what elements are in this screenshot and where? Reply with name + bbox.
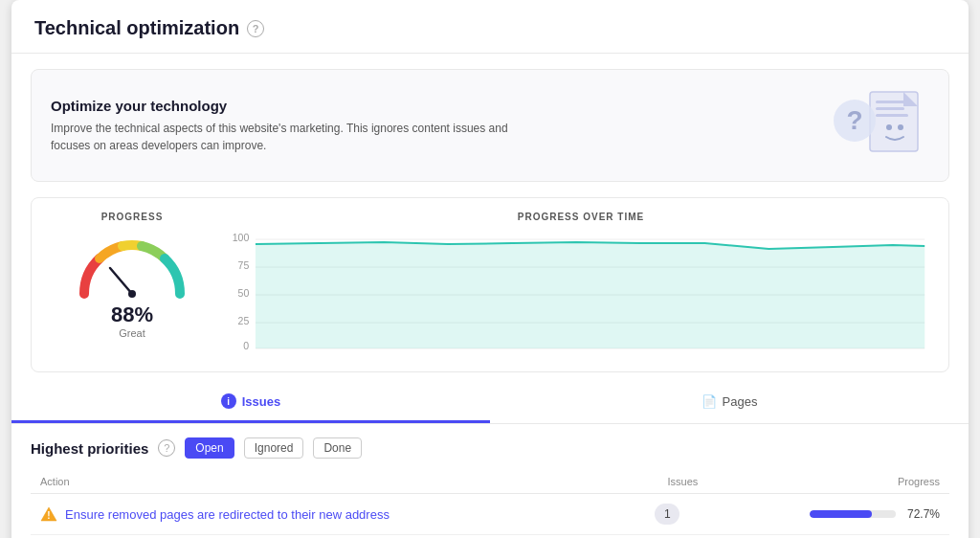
svg-text:50: 50 bbox=[238, 287, 250, 299]
action-cell: ! Use SSL to encrypt all data bbox=[31, 535, 627, 539]
progress-cell: 90.9% bbox=[707, 535, 949, 539]
chart-container: PROGRESS OVER TIME 100 75 50 25 0 bbox=[233, 212, 929, 358]
mascot-svg: ? bbox=[824, 87, 929, 164]
svg-rect-3 bbox=[876, 114, 908, 117]
svg-text:25: 25 bbox=[238, 315, 250, 326]
svg-text:Aug '20: Aug '20 bbox=[707, 353, 739, 354]
optimize-description: Improve the technical aspects of this we… bbox=[51, 120, 529, 154]
pages-icon: 📄 bbox=[702, 394, 717, 409]
svg-text:!: ! bbox=[47, 510, 50, 521]
page-title: Technical optimization ? bbox=[34, 17, 946, 39]
priorities-section: Highest priorities ? Open Ignored Done A… bbox=[11, 424, 969, 538]
svg-text:75: 75 bbox=[238, 259, 250, 271]
svg-text:Apr '20: Apr '20 bbox=[360, 353, 390, 354]
filter-done-button[interactable]: Done bbox=[313, 437, 362, 459]
svg-point-10 bbox=[128, 290, 136, 298]
tab-pages[interactable]: 📄 Pages bbox=[490, 382, 969, 423]
progress-section: PROGRESS bbox=[31, 197, 949, 372]
optimize-title: Optimize your technology bbox=[51, 98, 529, 114]
svg-text:May '20: May '20 bbox=[446, 353, 479, 354]
priorities-header: Highest priorities ? Open Ignored Done bbox=[31, 437, 949, 459]
tab-issues[interactable]: i Issues bbox=[11, 382, 490, 423]
svg-point-7 bbox=[886, 124, 892, 130]
chart-title: PROGRESS OVER TIME bbox=[233, 212, 929, 222]
issues-badge: 1 bbox=[655, 504, 679, 525]
table-row: ! Use SSL to encrypt all data 2 90.9% bbox=[31, 535, 949, 539]
warning-icon: ! bbox=[40, 505, 57, 523]
svg-text:Jun '20: Jun '20 bbox=[534, 353, 564, 354]
progress-cell: 72.7% bbox=[707, 494, 949, 535]
priorities-help-icon[interactable]: ? bbox=[158, 439, 175, 457]
filter-open-button[interactable]: Open bbox=[185, 437, 234, 459]
svg-text:Mar '20: Mar '20 bbox=[273, 353, 303, 354]
svg-text:Jul '20: Jul '20 bbox=[623, 353, 650, 354]
mascot-illustration: ? bbox=[824, 87, 929, 164]
gauge-container: PROGRESS bbox=[51, 212, 213, 358]
issues-cell: 2 bbox=[627, 535, 707, 539]
optimize-banner: Optimize your technology Improve the tec… bbox=[31, 69, 949, 182]
filter-ignored-button[interactable]: Ignored bbox=[244, 437, 304, 459]
issues-info-icon: i bbox=[221, 393, 236, 409]
tab-pages-label: Pages bbox=[723, 394, 758, 409]
svg-text:0: 0 bbox=[243, 340, 249, 351]
help-icon[interactable]: ? bbox=[247, 20, 264, 37]
svg-rect-2 bbox=[876, 107, 904, 110]
col-progress: Progress bbox=[707, 470, 949, 494]
action-link[interactable]: Ensure removed pages are redirected to t… bbox=[65, 507, 390, 522]
gauge-sublabel: Great bbox=[119, 327, 145, 339]
card-header: Technical optimization ? bbox=[11, 0, 969, 54]
chart-area: 100 75 50 25 0 Mar '20 bbox=[233, 230, 929, 358]
col-issues: Issues bbox=[627, 470, 707, 494]
action-cell: ! Ensure removed pages are redirected to… bbox=[31, 494, 627, 535]
table-header-row: Action Issues Progress bbox=[31, 470, 949, 494]
table-row: ! Ensure removed pages are redirected to… bbox=[31, 494, 949, 535]
progress-text: 72.7% bbox=[903, 507, 940, 521]
svg-point-8 bbox=[898, 124, 903, 130]
priorities-title: Highest priorities bbox=[31, 440, 148, 457]
svg-line-9 bbox=[110, 268, 132, 294]
tabs-row: i Issues 📄 Pages bbox=[11, 382, 969, 424]
svg-text:?: ? bbox=[846, 105, 862, 135]
svg-text:Sep '20: Sep '20 bbox=[786, 353, 817, 354]
title-text: Technical optimization bbox=[34, 17, 239, 39]
col-action: Action bbox=[31, 470, 627, 494]
optimize-text: Optimize your technology Improve the tec… bbox=[51, 98, 529, 154]
issues-cell: 1 bbox=[627, 494, 707, 535]
gauge-svg bbox=[70, 232, 194, 299]
progress-bar-bg bbox=[810, 510, 896, 518]
issues-table: Action Issues Progress ! Ensure removed … bbox=[31, 470, 949, 538]
main-card: Technical optimization ? Optimize your t… bbox=[11, 0, 969, 538]
progress-bar-fill bbox=[810, 510, 872, 518]
gauge-label: PROGRESS bbox=[101, 212, 164, 222]
tab-issues-label: Issues bbox=[242, 394, 280, 409]
gauge-percentage: 88% bbox=[111, 303, 153, 327]
svg-text:100: 100 bbox=[233, 232, 249, 243]
svg-text:Oct '20: Oct '20 bbox=[841, 353, 871, 354]
svg-text:Nov '20: Nov '20 bbox=[901, 353, 929, 354]
